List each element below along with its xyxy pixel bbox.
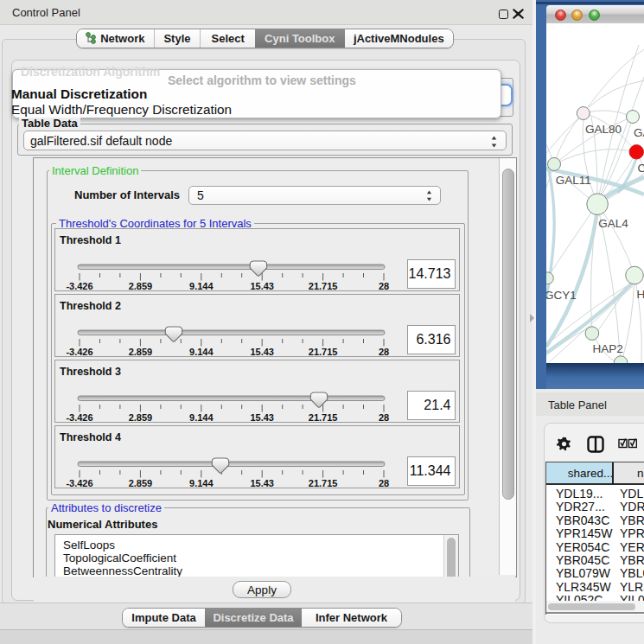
svg-text:GAL80: GAL80	[585, 123, 622, 136]
svg-text:21.715: 21.715	[309, 478, 338, 488]
svg-text:-3.426: -3.426	[66, 412, 92, 423]
svg-text:2.859: 2.859	[129, 412, 153, 423]
svg-text:21.715: 21.715	[309, 347, 338, 357]
svg-text:GCY1: GCY1	[546, 289, 577, 302]
svg-text:2.859: 2.859	[129, 347, 153, 357]
svg-text:28: 28	[379, 281, 389, 291]
svg-text:21.715: 21.715	[309, 281, 338, 291]
svg-text:21.715: 21.715	[309, 412, 338, 423]
svg-text:2.859: 2.859	[129, 281, 153, 291]
svg-text:28: 28	[379, 347, 389, 357]
svg-text:9.144: 9.144	[189, 412, 214, 423]
svg-text:-3.426: -3.426	[66, 478, 92, 488]
svg-text:GAL4: GAL4	[598, 217, 628, 230]
svg-text:15.43: 15.43	[250, 478, 274, 488]
svg-text:15.43: 15.43	[250, 281, 274, 291]
svg-text:9.144: 9.144	[189, 478, 214, 488]
svg-text:-3.426: -3.426	[66, 281, 92, 291]
svg-text:GA.: GA.	[634, 126, 644, 139]
svg-text:GAL11: GAL11	[556, 174, 591, 187]
svg-text:28: 28	[379, 478, 389, 488]
svg-text:15.43: 15.43	[250, 412, 274, 423]
svg-text:H: H	[637, 288, 644, 301]
svg-text:28: 28	[379, 412, 389, 423]
svg-text:9.144: 9.144	[189, 281, 214, 291]
svg-text:2.859: 2.859	[129, 478, 153, 488]
svg-text:C: C	[638, 162, 644, 175]
svg-text:-3.426: -3.426	[66, 347, 92, 357]
svg-text:9.144: 9.144	[189, 347, 214, 357]
svg-text:HAP2: HAP2	[592, 342, 622, 355]
svg-text:15.43: 15.43	[250, 347, 274, 357]
